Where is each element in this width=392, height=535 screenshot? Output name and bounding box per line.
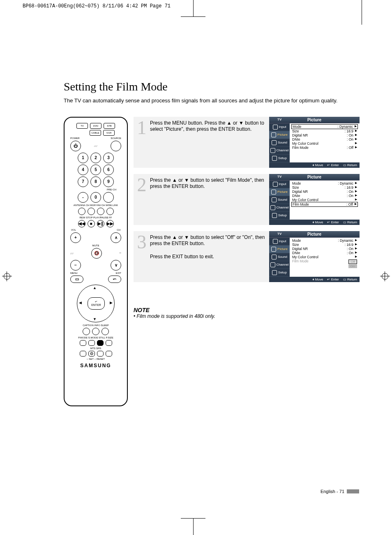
key-8: 8	[90, 176, 101, 187]
step-number: 3	[134, 231, 150, 252]
osd-option: On	[348, 264, 357, 268]
footer-return: ▭ Return	[343, 220, 357, 224]
key-5: 5	[90, 164, 101, 175]
antenna-btn	[78, 208, 85, 215]
instruction-step: 2Press the ▲ or ▼ button to select "Film…	[134, 174, 360, 225]
frame-mark	[362, 0, 362, 25]
sidebar-icon	[271, 190, 276, 195]
osd-main: Mode: Dynamic▶Size: 16:9▶Digital NR: On▶…	[290, 238, 360, 277]
set-reset-label: ○ SET ○ RESET	[67, 358, 125, 360]
wiselink-btn	[106, 208, 114, 215]
footer-enter: ↵ Enter	[327, 220, 339, 224]
osd-title: Picture	[269, 117, 360, 123]
still-btn	[97, 340, 104, 346]
key-1: 1	[78, 153, 88, 163]
caption-btn	[83, 328, 90, 335]
exit-button: ⤺	[108, 276, 121, 283]
osd-menu-item: My Color Control▶	[291, 141, 358, 146]
osd-menu-item: My Color Control▶	[291, 198, 358, 202]
key-dash: -	[78, 192, 88, 203]
source-button	[111, 141, 121, 151]
pmode-btn	[80, 340, 86, 346]
blank-d	[106, 351, 112, 357]
src-dvd: DVD	[90, 123, 101, 129]
sidebar-icon	[271, 132, 276, 137]
remote-diagram: TV DVD STB CABLE VCR POWER SOURCE ⏻ ∴∵	[64, 117, 128, 406]
osd-title: Picture	[269, 174, 360, 181]
power-label: POWER	[70, 137, 80, 139]
stop-btn: ■	[88, 220, 95, 227]
osd-screenshot: TVPictureInputPictureSoundChannelSetupMo…	[269, 117, 360, 168]
osd-sidebar-item: Channel	[269, 147, 290, 155]
osd-sidebar-item: Setup	[269, 155, 290, 162]
osd-sidebar: InputPictureSoundChannelSetup	[269, 238, 290, 277]
bottom-labels1: CAPTION INFO SLEEP	[67, 324, 125, 327]
transport-labels: REW STOP PLAY/PAUSE FF	[67, 216, 125, 219]
osd-menu-item: Digital NR: On▶	[291, 247, 358, 251]
sidebar-icon	[273, 125, 278, 130]
favch-btn	[97, 208, 104, 215]
osd-sidebar-item: Picture	[269, 188, 290, 196]
smode-btn	[88, 340, 95, 346]
bottom-labels3: MTS SRS	[67, 347, 125, 350]
vol-down: −	[70, 260, 81, 271]
dpad: ▲ ▼ ◀ ▶ ↵ ENTER	[77, 285, 115, 322]
step-number: 1	[134, 117, 150, 137]
key-9: 9	[103, 176, 114, 187]
src-cable: CABLE	[90, 130, 101, 136]
osd-sidebar-item: Setup	[269, 212, 290, 220]
osd-menu-item: Film Mode: Off▶	[291, 202, 358, 207]
osd-sidebar-item: Input	[269, 123, 290, 131]
note-text: • Film mode is supported in 480i only.	[134, 313, 360, 319]
instruction-step: 3Press the ▲ or ▼ button to select "Off"…	[134, 231, 360, 282]
sidebar-icon	[273, 182, 278, 187]
osd-menu-item: DNIe: On▶	[291, 137, 358, 141]
osd-menu-item: Mode: Dynamic▶	[291, 239, 358, 243]
osd-menu-item: Digital NR: On▶	[291, 190, 358, 194]
osd-screenshot: TVPictureInputPictureSoundChannelSetupMo…	[269, 231, 360, 282]
ch-up: ∧	[111, 232, 121, 243]
osd-sidebar-item: Input	[269, 238, 290, 245]
ch-down: ∨	[111, 260, 121, 271]
registration-mark	[2, 271, 12, 281]
footer-enter: ↵ Enter	[327, 163, 339, 167]
page-footer: English - 71	[321, 489, 359, 494]
play-btn: ▶∥	[97, 220, 104, 227]
osd-sidebar-item: Channel	[269, 261, 290, 269]
osd-sidebar-item: Picture	[269, 131, 290, 139]
step-text: Press the ▲ or ▼ button to select "Off" …	[150, 231, 269, 263]
key-prech	[103, 192, 114, 203]
key-7: 7	[78, 176, 88, 187]
src-vcr: VCR	[103, 130, 115, 136]
osd-sidebar-item: Picture	[269, 245, 290, 253]
sidebar-icon	[271, 247, 276, 252]
info-btn	[92, 328, 99, 335]
print-header: BP68-00617A-00Eng(062~075) 8/11/06 4:42 …	[23, 3, 171, 9]
step-text: Press the ▲ or ▼ button to select "Film …	[150, 174, 269, 193]
osd-tv-indicator: TV	[277, 232, 281, 236]
footer-return: ▭ Return	[343, 163, 357, 167]
osd-tv-indicator: TV	[277, 175, 281, 178]
sidebar-icon	[273, 239, 278, 244]
osd-menu-item: Film ModeOffOn	[291, 259, 358, 269]
crop-mark	[193, 519, 194, 535]
key-2: 2	[90, 153, 101, 163]
instruction-step: 1Press the MENU button. Press the ▲ or ▼…	[134, 117, 360, 168]
sidebar-icon	[272, 213, 277, 218]
prech-label: PRE-CH	[67, 188, 125, 191]
mute-label: MUTE	[67, 244, 125, 247]
footer-move: ♦ Move	[313, 278, 323, 281]
sidebar-icon	[272, 156, 277, 161]
sidebar-icon	[270, 205, 275, 210]
osd-sidebar-item: Setup	[269, 269, 290, 277]
osd-screenshot: TVPictureInputPictureSoundChannelSetupMo…	[269, 174, 360, 225]
sidebar-icon	[270, 262, 275, 267]
src-stb: STB	[104, 123, 115, 129]
blank-c	[97, 351, 104, 357]
menu-button: ▭	[70, 276, 83, 283]
crop-mark	[193, 0, 194, 16]
key-4: 4	[78, 164, 88, 175]
step-number: 2	[134, 174, 150, 195]
osd-sidebar-item: Sound	[269, 196, 290, 204]
osd-tv-indicator: TV	[277, 118, 281, 121]
